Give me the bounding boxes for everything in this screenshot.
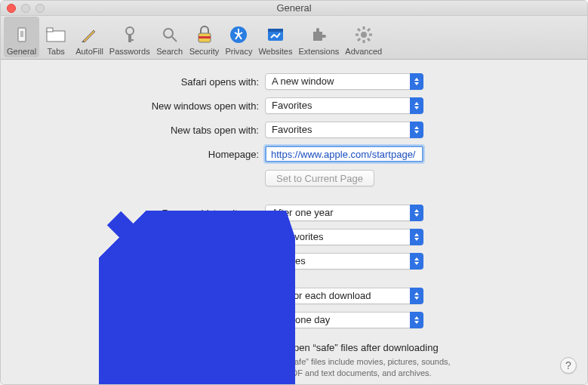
svg-rect-3: [47, 28, 53, 32]
select-favorites-shows[interactable]: ☆Favorites: [265, 229, 423, 245]
label-favorites-shows: Favorites shows:: [16, 232, 265, 243]
tab-search[interactable]: Search: [153, 17, 186, 57]
label-new-windows: New windows open with:: [16, 100, 265, 112]
open-safe-files-checkbox[interactable]: [271, 343, 282, 353]
websites-icon: [265, 24, 286, 45]
tab-label: General: [7, 47, 36, 56]
tabs-icon: [45, 24, 66, 45]
select-new-tabs[interactable]: Favorites: [265, 122, 423, 138]
svg-line-21: [358, 38, 360, 41]
tab-label: Tabs: [48, 47, 65, 56]
privacy-icon: [228, 24, 249, 45]
tab-passwords[interactable]: Passwords: [106, 17, 153, 57]
label-top-sites: Top Sites shows:: [16, 256, 265, 267]
tab-label: Extensions: [298, 47, 339, 56]
safe-files-hint: “Safe” files include movies, pictures, s…: [286, 356, 460, 379]
tab-general[interactable]: General: [4, 17, 39, 57]
tab-label: Advanced: [345, 47, 382, 56]
svg-rect-10: [199, 36, 211, 38]
tab-label: Search: [156, 47, 183, 56]
chevron-updown-icon: [410, 122, 423, 138]
window-title: General: [276, 2, 311, 14]
window-controls: [7, 4, 45, 13]
label-new-tabs: New tabs open with:: [16, 125, 265, 136]
tab-label: Security: [189, 47, 220, 56]
svg-line-8: [172, 37, 177, 42]
homepage-input[interactable]: [265, 146, 423, 162]
chevron-updown-icon: [410, 253, 423, 270]
preferences-window: General General Tabs AutoFill Passwords: [0, 0, 588, 385]
extensions-icon: [308, 24, 329, 45]
passwords-icon: [119, 24, 140, 45]
select-new-windows[interactable]: Favorites: [265, 97, 423, 114]
svg-rect-6: [128, 39, 134, 41]
titlebar: General: [1, 1, 587, 16]
label-download-location: File download location:: [16, 291, 265, 302]
svg-line-22: [368, 29, 370, 31]
open-safe-files-label: Open “safe” files after downloading: [286, 342, 439, 353]
star-icon: ☆: [272, 231, 280, 243]
svg-line-20: [368, 38, 370, 41]
select-opens-with[interactable]: A new window: [265, 73, 423, 90]
tab-security[interactable]: Security: [186, 17, 223, 57]
svg-line-19: [358, 29, 360, 31]
chevron-updown-icon: [410, 73, 423, 90]
tab-label: Passwords: [109, 47, 150, 56]
label-homepage: Homepage:: [16, 149, 265, 160]
advanced-icon: [353, 24, 374, 45]
svg-rect-2: [47, 31, 65, 42]
tab-autofill[interactable]: AutoFill: [72, 17, 106, 57]
select-top-sites[interactable]: 12 sites: [265, 253, 423, 270]
label-opens-with: Safari opens with:: [16, 76, 265, 88]
label-remove-history: Remove history items:: [16, 208, 265, 219]
tab-tabs[interactable]: Tabs: [39, 17, 72, 57]
select-remove-downloads[interactable]: After one day: [265, 312, 423, 328]
chevron-updown-icon: [410, 97, 423, 114]
svg-rect-1: [20, 31, 23, 37]
close-window-button[interactable]: [7, 4, 16, 13]
tab-privacy[interactable]: Privacy: [222, 17, 255, 57]
general-icon: [11, 24, 32, 45]
autofill-icon: [79, 24, 100, 45]
chevron-updown-icon: [410, 312, 423, 328]
set-current-page-button[interactable]: Set to Current Page: [265, 170, 374, 186]
search-icon: [159, 24, 180, 45]
select-remove-history[interactable]: After one year: [265, 205, 423, 221]
chevron-updown-icon: [410, 205, 423, 221]
minimize-window-button[interactable]: [21, 4, 30, 13]
help-button[interactable]: ?: [560, 357, 577, 374]
security-icon: [194, 24, 215, 45]
tab-websites[interactable]: Websites: [255, 17, 295, 57]
tab-label: Websites: [258, 47, 292, 56]
svg-point-4: [126, 27, 134, 35]
zoom-window-button[interactable]: [35, 4, 45, 13]
tab-label: AutoFill: [75, 47, 103, 56]
svg-rect-5: [128, 34, 131, 42]
tab-extensions[interactable]: Extensions: [295, 17, 342, 57]
tab-label: Privacy: [225, 47, 252, 56]
select-download-location[interactable]: Ask for each download: [265, 288, 423, 304]
tab-advanced[interactable]: Advanced: [342, 17, 385, 57]
svg-rect-13: [268, 29, 283, 32]
svg-point-14: [361, 32, 367, 38]
content-pane: Safari opens with: A new window New wind…: [1, 60, 587, 384]
chevron-updown-icon: [410, 229, 423, 245]
chevron-updown-icon: [410, 288, 423, 304]
svg-point-7: [164, 29, 173, 38]
preferences-toolbar: General Tabs AutoFill Passwords Search: [1, 16, 587, 60]
label-remove-downloads: Remove download list items:: [16, 315, 265, 326]
